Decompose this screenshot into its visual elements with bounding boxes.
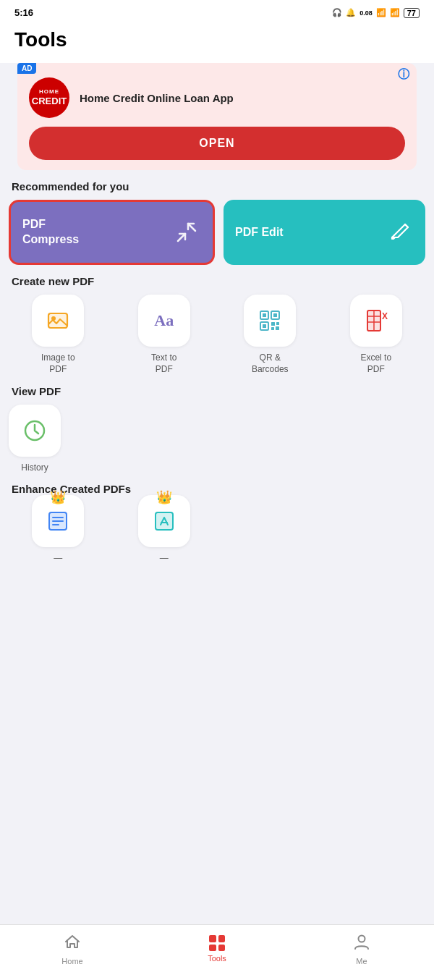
qr-barcodes-label: QR &Barcodes	[252, 352, 289, 375]
bottom-nav: Home Tools Me	[0, 924, 434, 980]
status-icons: 🎧 🔔 0.08 📶 📶 77	[332, 8, 420, 18]
me-icon	[352, 932, 371, 954]
enhance-item-1[interactable]: 👑 —	[9, 495, 108, 563]
compress-icon	[172, 218, 201, 247]
headphone-icon: 🎧	[332, 8, 342, 17]
bell-icon: 🔔	[346, 8, 356, 17]
create-pdf-section-title: Create new PDF	[12, 275, 422, 287]
excel-to-pdf-icon-box: X	[350, 295, 402, 347]
text-to-pdf-icon: Aa	[154, 311, 174, 330]
crown-icon-1: 👑	[50, 489, 66, 505]
tools-icon	[209, 935, 225, 951]
enhance-item-2[interactable]: 👑 —	[115, 495, 214, 563]
svg-rect-9	[271, 322, 275, 326]
history-icon-box	[9, 405, 61, 457]
enhance-item-placeholder-1	[221, 495, 320, 563]
enhance-item-placeholder-2	[327, 495, 426, 563]
history-label: History	[21, 462, 48, 473]
info-icon[interactable]: ⓘ	[398, 67, 409, 83]
ad-content: HOME CREDIT Home Credit Online Loan App	[29, 77, 405, 118]
wifi-icon: 📶	[376, 8, 386, 17]
enhance-icon-box-1: 👑	[32, 495, 84, 547]
image-to-pdf-item[interactable]: Image toPDF	[9, 295, 108, 375]
data-usage: 0.08	[359, 9, 373, 17]
crown-icon-2: 👑	[156, 489, 172, 505]
svg-text:X: X	[382, 311, 388, 321]
qr-barcodes-icon-box	[244, 295, 296, 347]
text-to-pdf-label: Text toPDF	[151, 352, 176, 375]
qr-barcodes-item[interactable]: QR &Barcodes	[221, 295, 320, 375]
enhance-label-1: —	[54, 553, 62, 563]
status-bar: 5:16 🎧 🔔 0.08 📶 📶 77	[0, 0, 434, 22]
svg-rect-12	[276, 326, 279, 330]
enhance-icon-box-2: 👑	[138, 495, 190, 547]
nav-me-label: Me	[356, 957, 367, 966]
svg-rect-4	[263, 313, 266, 317]
ad-open-button[interactable]: OPEN	[29, 127, 405, 160]
recommended-section-title: Recommended for you	[12, 180, 422, 193]
svg-rect-25	[156, 512, 173, 530]
ad-banner: AD ⓘ HOME CREDIT Home Credit Online Loan…	[17, 63, 417, 170]
image-to-pdf-icon-box	[32, 295, 84, 347]
enhance-section-title: Enhance Created PDFs	[12, 483, 422, 495]
view-pdf-section-title: View PDF	[12, 385, 422, 397]
svg-point-28	[359, 936, 365, 942]
history-item[interactable]: History	[9, 405, 61, 473]
page-title: Tools	[14, 28, 420, 51]
enhance-label-2: —	[160, 553, 169, 563]
view-pdf-row: History	[9, 405, 425, 473]
pdf-compress-card[interactable]: PDFCompress	[9, 200, 215, 265]
text-to-pdf-icon-box: Aa	[138, 295, 190, 347]
image-to-pdf-label: Image toPDF	[41, 352, 75, 375]
pdf-edit-card[interactable]: PDF Edit	[224, 200, 425, 265]
page-title-section: Tools	[0, 22, 434, 63]
nav-tools[interactable]: Tools	[188, 935, 246, 963]
nav-me[interactable]: Me	[333, 932, 391, 966]
svg-rect-11	[271, 327, 274, 330]
home-icon	[63, 932, 82, 954]
ad-logo: HOME CREDIT	[29, 77, 69, 118]
excel-to-pdf-item[interactable]: X Excel toPDF	[327, 295, 426, 375]
battery-icon: 77	[404, 8, 420, 18]
nav-home[interactable]: Home	[43, 932, 101, 966]
svg-rect-8	[263, 324, 266, 328]
nav-tools-label: Tools	[208, 954, 226, 963]
svg-rect-6	[273, 313, 277, 317]
edit-icon	[386, 217, 414, 248]
enhance-row: 👑 — 👑 —	[9, 495, 425, 570]
nav-home-label: Home	[61, 957, 82, 966]
main-content: AD ⓘ HOME CREDIT Home Credit Online Loan…	[0, 63, 434, 635]
create-pdf-grid: Image toPDF Aa Text toPDF	[9, 295, 425, 375]
signal-icon: 📶	[390, 8, 400, 17]
ad-title: Home Credit Online Loan App	[80, 92, 234, 104]
text-to-pdf-item[interactable]: Aa Text toPDF	[115, 295, 214, 375]
excel-to-pdf-label: Excel toPDF	[360, 352, 391, 375]
ad-tag: AD	[17, 63, 36, 74]
pdf-edit-label: PDF Edit	[235, 225, 284, 240]
recommended-row: PDFCompress PDF Edit	[9, 200, 425, 265]
svg-rect-10	[276, 322, 279, 325]
status-time: 5:16	[14, 7, 33, 18]
pdf-compress-label: PDFCompress	[22, 217, 79, 248]
